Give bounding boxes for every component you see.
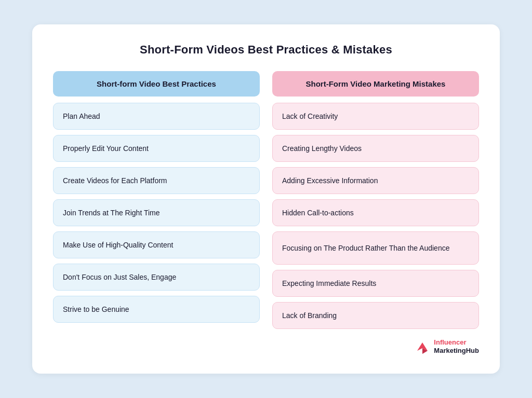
list-item: Plan Ahead: [53, 103, 260, 130]
page-title: Short-Form Videos Best Practices & Mista…: [53, 43, 479, 57]
list-item: Strive to be Genuine: [53, 296, 260, 323]
list-item: Create Videos for Each Platform: [53, 167, 260, 194]
practices-header: Short-form Video Best Practices: [53, 71, 260, 97]
list-item: Make Use of High-Quality Content: [53, 231, 260, 258]
list-item: Join Trends at The Right Time: [53, 199, 260, 226]
mistakes-header: Short-Form Video Marketing Mistakes: [272, 71, 479, 97]
main-card: Short-Form Videos Best Practices & Mista…: [32, 24, 500, 373]
list-item: Focusing on The Product Rather Than the …: [272, 231, 479, 265]
list-item: Don't Focus on Just Sales, Engage: [53, 264, 260, 291]
list-item: Lack of Creativity: [272, 103, 479, 130]
logo-text: Influencer MarketingHub: [434, 338, 479, 354]
columns-container: Short-form Video Best Practices Plan Ahe…: [53, 71, 479, 329]
list-item: Hidden Call-to-actions: [272, 199, 479, 226]
list-item: Properly Edit Your Content: [53, 135, 260, 162]
logo-area: Influencer MarketingHub: [53, 338, 479, 354]
mistakes-column: Short-Form Video Marketing Mistakes Lack…: [272, 71, 479, 329]
list-item: Adding Excessive Information: [272, 167, 479, 194]
list-item: Lack of Branding: [272, 302, 479, 329]
practices-column: Short-form Video Best Practices Plan Ahe…: [53, 71, 260, 329]
influencer-marketing-hub-icon: [415, 339, 430, 354]
list-item: Creating Lengthy Videos: [272, 135, 479, 162]
list-item: Expecting Immediate Results: [272, 270, 479, 297]
